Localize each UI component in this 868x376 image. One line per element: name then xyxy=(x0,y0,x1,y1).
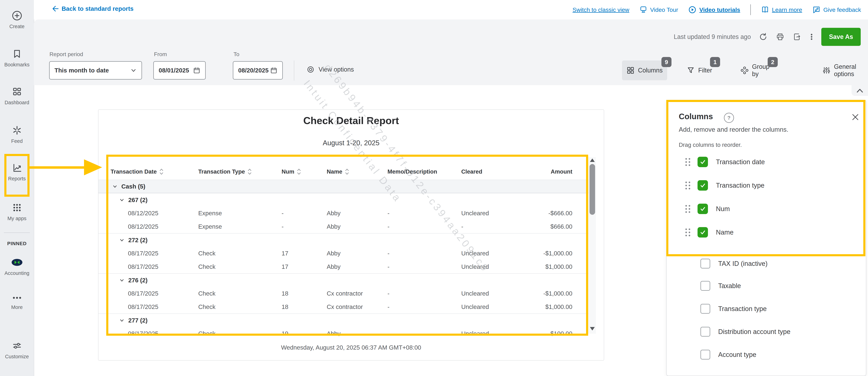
report-period-select[interactable]: This month to date xyxy=(49,61,142,80)
chevron-down-icon[interactable] xyxy=(119,237,124,243)
table-group-row[interactable]: 276 (2) xyxy=(98,273,595,287)
sort-icon[interactable] xyxy=(297,168,301,175)
table-cell: -$1,000.00 xyxy=(544,247,572,260)
table-cell: Abby xyxy=(327,220,341,233)
table-group-row[interactable]: 277 (2) xyxy=(98,314,595,327)
sidebar-item-label: Accounting xyxy=(0,270,34,276)
refresh-icon[interactable] xyxy=(758,32,768,41)
table-header-row: Transaction DateTransaction TypeNumNameM… xyxy=(98,164,595,180)
learn-more-link[interactable]: Learn more xyxy=(761,5,802,14)
back-arrow-icon xyxy=(51,5,59,12)
table-cell: 19 xyxy=(282,327,288,336)
sidebar-item-bookmarks[interactable]: Bookmarks xyxy=(0,48,34,67)
table-row[interactable]: 08/17/2025Check17Abby-Uncleared-$1,000.0… xyxy=(98,247,595,260)
drag-handle-icon[interactable] xyxy=(685,158,690,166)
drag-handle-icon[interactable] xyxy=(685,205,690,213)
give-feedback-link[interactable]: Give feedback xyxy=(812,5,861,14)
group-toggle[interactable]: 267 (2) xyxy=(119,193,148,206)
table-row[interactable]: 08/17/2025Check19Abby-Uncleared-$100.00 xyxy=(98,327,595,336)
table-group-row[interactable]: 267 (2) xyxy=(98,193,595,206)
chevron-down-icon[interactable] xyxy=(119,278,124,283)
apps-grid-icon xyxy=(0,202,34,213)
checkbox-unchecked[interactable] xyxy=(701,259,710,268)
column-option-label: Account type xyxy=(718,351,756,358)
print-icon[interactable] xyxy=(775,32,785,41)
sidebar-item-more[interactable]: More xyxy=(0,294,34,310)
kebab-menu-icon[interactable] xyxy=(809,32,814,41)
video-tour-link[interactable]: Video Tour xyxy=(639,6,678,14)
chevron-down-icon[interactable] xyxy=(119,318,124,323)
table-scrollbar[interactable] xyxy=(589,157,596,334)
checkbox-checked[interactable] xyxy=(698,227,708,237)
from-date-input[interactable]: 08/01/2025 xyxy=(153,61,206,80)
video-tutorials-link[interactable]: Video tutorials xyxy=(688,5,740,14)
sidebar-item-my-apps[interactable]: My apps xyxy=(0,202,34,221)
column-header-name[interactable]: Name xyxy=(327,164,349,180)
group-toggle[interactable]: 276 (2) xyxy=(119,274,148,287)
sidebar-item-label: Create xyxy=(0,24,34,29)
chevron-down-icon[interactable] xyxy=(112,184,118,189)
scrollbar-thumb[interactable] xyxy=(590,164,595,215)
table-row[interactable]: 08/12/2025Expense-Abby-Uncleared-$666.00 xyxy=(98,206,595,220)
sidebar-item-label: Bookmarks xyxy=(0,62,34,67)
general-options-button[interactable]: General options xyxy=(818,60,861,80)
scroll-down-arrow-icon[interactable] xyxy=(590,327,595,330)
sidebar-item-label: My apps xyxy=(0,215,34,221)
group-toggle[interactable]: 277 (2) xyxy=(119,314,148,327)
from-date-value: 08/01/2025 xyxy=(159,67,189,74)
scroll-up-arrow-icon[interactable] xyxy=(590,158,595,162)
topbar: Back to standard reports Switch to class… xyxy=(34,0,868,20)
video-tour-icon xyxy=(639,6,647,14)
table-cell: - xyxy=(388,287,390,300)
column-header-transaction-date[interactable]: Transaction Date xyxy=(111,164,164,180)
sidebar-item-feed[interactable]: Feed xyxy=(0,125,34,144)
save-as-button[interactable]: Save As xyxy=(821,28,861,46)
table-cell: Check xyxy=(198,260,215,273)
table-cell: 17 xyxy=(282,260,288,273)
switch-to-classic-view-link[interactable]: Switch to classic view xyxy=(572,6,629,13)
collapse-controls-button[interactable] xyxy=(851,85,868,96)
checkbox-unchecked[interactable] xyxy=(701,281,710,291)
checkbox-unchecked[interactable] xyxy=(701,327,710,337)
sidebar-item-customize[interactable]: Customize xyxy=(0,340,34,359)
table-group-row[interactable]: Cash (5) xyxy=(98,180,595,193)
column-header-transaction-type[interactable]: Transaction Type xyxy=(198,164,252,180)
table-row[interactable]: 08/17/2025Check18Cx contractor-Uncleared… xyxy=(98,287,595,300)
group-toggle[interactable]: 272 (2) xyxy=(119,233,148,247)
column-header-num[interactable]: Num xyxy=(282,164,301,180)
drag-handle-icon[interactable] xyxy=(685,181,690,190)
columns-button-label: Columns xyxy=(638,67,663,74)
group-toggle[interactable]: Cash (5) xyxy=(112,180,145,193)
sidebar-item-accounting[interactable]: Accounting xyxy=(0,257,34,276)
column-option-label: Distribution account type xyxy=(718,328,790,336)
checkbox-unchecked[interactable] xyxy=(701,304,710,314)
sort-icon[interactable] xyxy=(159,168,164,175)
sort-icon[interactable] xyxy=(247,168,252,175)
table-row[interactable]: 08/17/2025Check17Abby-Uncleared$1,000.00 xyxy=(98,260,595,273)
sidebar-item-dashboard[interactable]: Dashboard xyxy=(0,86,34,106)
column-option-label: TAX ID (inactive) xyxy=(718,260,768,267)
columns-button[interactable]: Columns xyxy=(622,60,667,80)
drag-handle-icon[interactable] xyxy=(685,229,690,236)
table-cell: Abby xyxy=(327,327,341,336)
sidebar-item-label: Feed xyxy=(0,138,34,144)
sidebar-item-reports[interactable]: Reports xyxy=(0,162,34,181)
sort-icon[interactable] xyxy=(345,168,349,175)
view-options-button[interactable]: View options xyxy=(306,65,354,74)
checkbox-unchecked[interactable] xyxy=(701,350,710,359)
chevron-down-icon[interactable] xyxy=(119,197,124,203)
close-icon[interactable] xyxy=(851,113,860,121)
table-row[interactable]: 08/17/2025Check18Cx contractor-Uncleared… xyxy=(98,300,595,314)
back-to-standard-reports-link[interactable]: Back to standard reports xyxy=(51,5,133,12)
table-cell: Abby xyxy=(327,206,341,220)
sidebar-item-create[interactable]: Create xyxy=(0,10,34,29)
table-group-row[interactable]: 272 (2) xyxy=(98,233,595,247)
column-option-label: Transaction type xyxy=(718,305,767,313)
help-icon[interactable]: ? xyxy=(724,113,734,123)
export-icon[interactable] xyxy=(793,32,802,41)
checkbox-checked[interactable] xyxy=(698,180,708,191)
to-date-input[interactable]: 08/20/2025 xyxy=(233,61,283,80)
table-row[interactable]: 08/12/2025Expense-Abby--$666.00 xyxy=(98,220,595,233)
checkbox-checked[interactable] xyxy=(698,204,708,214)
checkbox-checked[interactable] xyxy=(698,157,708,167)
